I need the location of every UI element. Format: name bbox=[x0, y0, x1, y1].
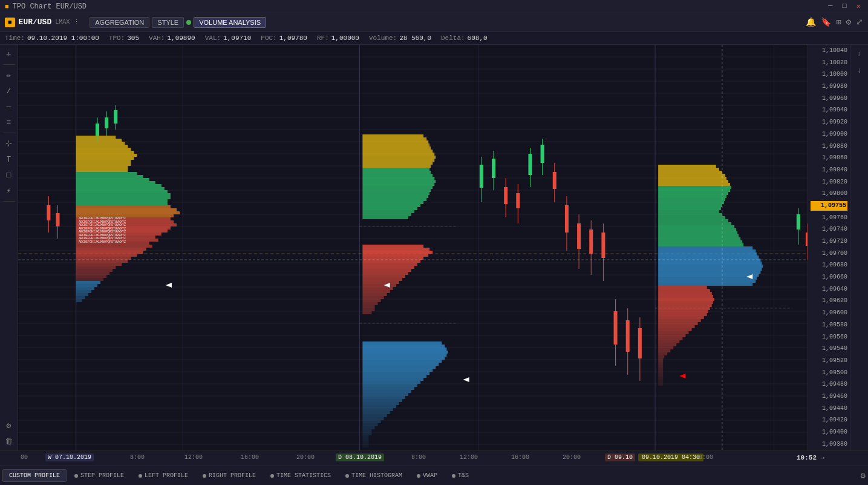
price-label: 1,09620 bbox=[811, 296, 847, 306]
scale-icon[interactable]: ↕ bbox=[853, 47, 866, 61]
tab-right-dot bbox=[203, 474, 206, 478]
fullscreen-icon[interactable]: ⤢ bbox=[856, 17, 863, 27]
svg-rect-103 bbox=[362, 150, 432, 153]
tab-custom-profile[interactable]: CUSTOM PROFILE bbox=[2, 469, 67, 482]
settings-tool[interactable]: ⚙ bbox=[2, 419, 16, 432]
svg-rect-167 bbox=[362, 396, 405, 399]
layout-icon[interactable]: ⊞ bbox=[836, 17, 841, 27]
trash-tool[interactable]: 🗑 bbox=[2, 435, 16, 448]
price-label: 1,10000 bbox=[811, 70, 847, 79]
price-label: 1,09540 bbox=[811, 344, 847, 354]
svg-rect-286 bbox=[589, 229, 593, 254]
time-week-label: W 07.10.2019 bbox=[45, 454, 94, 461]
svg-rect-248 bbox=[658, 358, 663, 361]
tab-step-dot bbox=[74, 474, 78, 478]
svg-rect-86 bbox=[76, 157, 134, 160]
fib-tool[interactable]: ≡ bbox=[2, 116, 16, 129]
pen-tool[interactable]: ✏ bbox=[2, 68, 16, 82]
tab-left-profile-label: LEFT PROFILE bbox=[145, 472, 188, 479]
titlebar-right[interactable]: ─ □ ✕ bbox=[826, 2, 863, 11]
svg-rect-178 bbox=[362, 429, 371, 432]
shapes-tool[interactable]: □ bbox=[2, 168, 16, 182]
tab-vwap[interactable]: VWAP bbox=[410, 469, 444, 482]
time-1600-2: 16:00 bbox=[511, 454, 529, 461]
svg-rect-146 bbox=[362, 305, 374, 308]
tab-time-histogram[interactable]: TIME HISTOGRAM bbox=[339, 469, 409, 482]
chart-svg bbox=[18, 45, 808, 450]
svg-rect-164 bbox=[362, 387, 414, 390]
svg-rect-157 bbox=[362, 366, 436, 369]
tab-left-profile[interactable]: LEFT PROFILE bbox=[132, 469, 195, 482]
tab-ts-dot bbox=[452, 474, 455, 478]
svg-rect-229 bbox=[658, 301, 713, 304]
volume-analysis-button[interactable]: VOLUME ANALYSIS bbox=[194, 17, 266, 28]
svg-rect-216 bbox=[658, 262, 762, 265]
line-tool[interactable]: / bbox=[2, 84, 16, 97]
close-button[interactable]: ✕ bbox=[854, 2, 863, 11]
svg-rect-292 bbox=[626, 320, 630, 352]
chart-area[interactable]: ABCDEFGHIJKLMNOPQRSTUVWXYZ ABCDEFGHIJKLM… bbox=[18, 45, 808, 450]
svg-rect-199 bbox=[658, 210, 719, 213]
svg-rect-243 bbox=[658, 343, 676, 346]
tab-time-stat-dot bbox=[270, 474, 274, 478]
svg-rect-79 bbox=[76, 136, 116, 139]
app-icon: ■ bbox=[5, 3, 9, 10]
cursor-tool[interactable]: ✛ bbox=[2, 47, 16, 61]
svg-rect-260 bbox=[105, 117, 108, 128]
settings-icon[interactable]: ⚙ bbox=[846, 17, 851, 27]
svg-rect-81 bbox=[76, 142, 125, 145]
svg-rect-58 bbox=[76, 266, 116, 269]
alert-icon[interactable]: 🔔 bbox=[806, 17, 816, 27]
svg-rect-264 bbox=[47, 205, 50, 220]
svg-rect-218 bbox=[658, 268, 762, 271]
tab-step-profile-label: STEP PROFILE bbox=[80, 472, 124, 479]
tab-time-statistics[interactable]: TIME STATISTICS bbox=[264, 469, 338, 482]
bottom-settings-icon[interactable]: ⚙ bbox=[861, 470, 866, 481]
svg-rect-180 bbox=[362, 435, 368, 438]
svg-rect-166 bbox=[362, 393, 408, 396]
time-active-range: 09.10.2019 04:30 bbox=[638, 454, 703, 461]
svg-rect-168 bbox=[362, 399, 402, 402]
svg-rect-109 bbox=[362, 168, 429, 171]
price-label: 1,09680 bbox=[811, 260, 847, 270]
price-label: 1,09760 bbox=[811, 213, 847, 223]
aggregation-button[interactable]: AGGREGATION bbox=[90, 17, 149, 28]
bookmark-icon[interactable]: 🔖 bbox=[821, 17, 831, 27]
price-label: 1,09720 bbox=[811, 237, 847, 246]
svg-rect-159 bbox=[362, 372, 429, 375]
measure-tool[interactable]: ⊹ bbox=[2, 137, 16, 150]
style-button[interactable]: STYLE bbox=[152, 17, 184, 28]
tab-time-hist-dot bbox=[345, 474, 349, 478]
svg-rect-53 bbox=[76, 251, 143, 254]
price-label: 1,09860 bbox=[811, 153, 847, 163]
symbol-menu-icon[interactable]: ⋮ bbox=[73, 18, 80, 26]
svg-rect-188 bbox=[658, 177, 726, 180]
tab-ts[interactable]: T&S bbox=[445, 469, 475, 482]
svg-rect-210 bbox=[658, 243, 743, 246]
svg-rect-276 bbox=[528, 154, 532, 175]
time-1600-1: 16:00 bbox=[241, 454, 259, 461]
info-tpo: TPO: 305 bbox=[109, 35, 139, 42]
arrow-down-icon[interactable]: ↓ bbox=[853, 64, 866, 78]
svg-rect-189 bbox=[658, 180, 728, 183]
info-vah: VAH: 1,09890 bbox=[149, 35, 195, 42]
symbol-name[interactable]: EUR/USD bbox=[19, 18, 52, 27]
hline-tool[interactable]: — bbox=[2, 100, 16, 113]
indicators-tool[interactable]: ⚡ bbox=[2, 184, 16, 197]
tab-step-profile[interactable]: STEP PROFILE bbox=[68, 469, 131, 482]
svg-rect-65 bbox=[76, 211, 180, 214]
text-tool[interactable]: T bbox=[2, 153, 16, 166]
price-label: 1,09440 bbox=[811, 404, 847, 414]
maximize-button[interactable]: □ bbox=[840, 2, 849, 11]
minimize-button[interactable]: ─ bbox=[826, 2, 835, 11]
svg-rect-84 bbox=[76, 151, 134, 154]
svg-rect-224 bbox=[658, 286, 707, 289]
svg-rect-250 bbox=[658, 365, 663, 368]
svg-rect-147 bbox=[362, 308, 374, 311]
tab-right-profile[interactable]: RIGHT PROFILE bbox=[196, 469, 263, 482]
volume-dot bbox=[186, 20, 191, 25]
svg-marker-316 bbox=[384, 283, 390, 288]
svg-rect-249 bbox=[658, 361, 663, 365]
svg-rect-235 bbox=[658, 319, 701, 322]
svg-rect-70 bbox=[76, 178, 149, 181]
